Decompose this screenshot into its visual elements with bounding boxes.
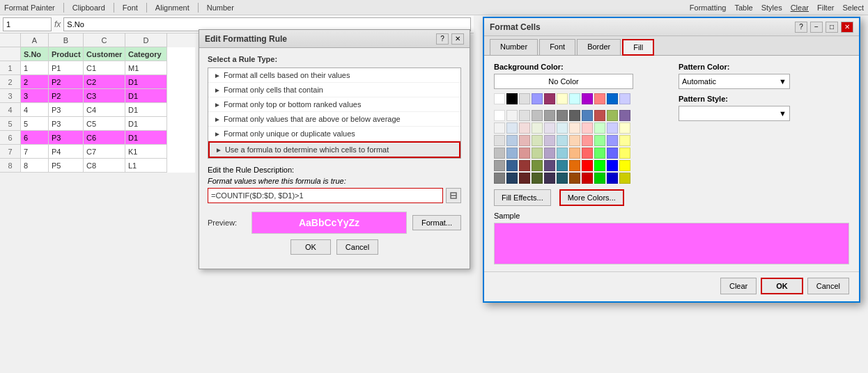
cell-3-c[interactable]: C3 — [84, 89, 125, 103]
rule-item-1[interactable]: ► Format all cells based on their values — [208, 68, 460, 83]
tc-1-10[interactable] — [619, 122, 630, 134]
swatch-blue1[interactable] — [532, 93, 543, 104]
cell-4-b[interactable]: P3 — [49, 103, 84, 117]
cell-6-b[interactable]: P3 — [49, 131, 84, 145]
tc-1-6[interactable] — [569, 122, 580, 134]
swatch-yellow1[interactable] — [557, 93, 568, 104]
tc-5-5[interactable] — [557, 173, 568, 184]
tc-2-3[interactable] — [532, 135, 543, 146]
swatch-gray1[interactable] — [519, 93, 530, 104]
cell-6-a[interactable]: 6 — [21, 131, 49, 145]
name-box[interactable]: 1 — [3, 17, 52, 31]
tc-4-4[interactable] — [544, 160, 555, 171]
tc-2-7[interactable] — [582, 135, 593, 146]
swatch-salmon[interactable] — [594, 93, 605, 104]
tc-5-4[interactable] — [544, 173, 555, 184]
tc-1-2[interactable] — [519, 122, 530, 134]
format-button[interactable]: Format... — [412, 215, 461, 230]
cell-2-c[interactable]: C2 — [84, 75, 125, 89]
cell-2-b[interactable]: P2 — [49, 75, 84, 89]
fc-help-button[interactable]: ? — [795, 22, 807, 33]
cell-7-b[interactable]: P4 — [49, 145, 84, 159]
cell-3-d[interactable]: D1 — [125, 89, 167, 103]
tc-2-8[interactable] — [594, 135, 605, 146]
tc-0-5[interactable] — [557, 110, 568, 121]
cell-6-c[interactable]: C6 — [84, 131, 125, 145]
cell-7-c[interactable]: C7 — [84, 145, 125, 159]
tab-fill[interactable]: Fill — [622, 39, 654, 56]
tc-2-1[interactable] — [506, 135, 518, 146]
tc-0-10[interactable] — [619, 110, 630, 121]
tc-4-0[interactable] — [494, 160, 505, 171]
cell-1-c[interactable]: C1 — [84, 61, 125, 75]
tc-3-3[interactable] — [532, 148, 543, 159]
fc-close-button[interactable]: ✕ — [841, 22, 853, 33]
swatch-cyan1[interactable] — [569, 93, 580, 104]
tc-4-6[interactable] — [569, 160, 580, 171]
tc-0-2[interactable] — [519, 110, 530, 121]
no-color-button[interactable]: No Color — [494, 74, 633, 89]
cell-3-a[interactable]: 3 — [21, 89, 49, 103]
cell-header-category[interactable]: Category — [125, 47, 167, 61]
fc-maximize-button[interactable]: □ — [826, 22, 838, 33]
formula-collapse-icon[interactable] — [446, 188, 461, 203]
tc-0-7[interactable] — [582, 110, 593, 121]
tc-1-3[interactable] — [532, 122, 543, 134]
tc-0-1[interactable] — [506, 110, 518, 121]
tab-number[interactable]: Number — [490, 39, 538, 55]
tc-5-8[interactable] — [594, 173, 605, 184]
tc-3-8[interactable] — [594, 148, 605, 159]
pattern-color-select[interactable]: Automatic ▼ — [679, 74, 790, 89]
rule-item-2[interactable]: ► Format only cells that contain — [208, 83, 460, 97]
dialog-help-button[interactable]: ? — [436, 33, 449, 45]
cell-1-d[interactable]: M1 — [125, 61, 167, 75]
tc-0-4[interactable] — [544, 110, 555, 121]
tc-4-7[interactable] — [582, 160, 593, 171]
tc-4-3[interactable] — [532, 160, 543, 171]
cell-5-a[interactable]: 5 — [21, 117, 49, 131]
tc-5-2[interactable] — [519, 173, 530, 184]
tc-4-10[interactable] — [619, 160, 630, 171]
tc-1-0[interactable] — [494, 122, 505, 134]
cell-8-c[interactable]: C8 — [84, 159, 125, 173]
rule-item-6[interactable]: ► Use a formula to determine which cells… — [208, 141, 460, 158]
cell-8-b[interactable]: P5 — [49, 159, 84, 173]
dialog-close-button[interactable]: ✕ — [451, 33, 464, 45]
tc-0-6[interactable] — [569, 110, 580, 121]
tc-1-4[interactable] — [544, 122, 555, 134]
cell-7-a[interactable]: 7 — [21, 145, 49, 159]
tc-2-2[interactable] — [519, 135, 530, 146]
swatch-black[interactable] — [506, 93, 518, 104]
tc-5-0[interactable] — [494, 173, 505, 184]
swatch-mauve[interactable] — [544, 93, 555, 104]
swatch-blue2[interactable] — [607, 93, 618, 104]
more-colors-button[interactable]: More Colors... — [559, 189, 624, 206]
tc-2-6[interactable] — [569, 135, 580, 146]
tc-1-9[interactable] — [607, 122, 618, 134]
col-header-b[interactable]: B — [49, 33, 84, 47]
tc-0-0[interactable] — [494, 110, 505, 121]
cell-header-customer[interactable]: Customer — [84, 47, 125, 61]
cell-header-sno[interactable]: S.No — [21, 47, 49, 61]
tc-2-0[interactable] — [494, 135, 505, 146]
tc-5-10[interactable] — [619, 173, 630, 184]
tc-0-8[interactable] — [594, 110, 605, 121]
tc-5-7[interactable] — [582, 173, 593, 184]
cell-2-d[interactable]: D1 — [125, 75, 167, 89]
tc-3-0[interactable] — [494, 148, 505, 159]
cell-8-a[interactable]: 8 — [21, 159, 49, 173]
tc-2-9[interactable] — [607, 135, 618, 146]
tc-2-4[interactable] — [544, 135, 555, 146]
fc-clear-button[interactable]: Clear — [720, 278, 757, 294]
cell-6-d[interactable]: D1 — [125, 131, 167, 145]
tc-2-10[interactable] — [619, 135, 630, 146]
rule-item-3[interactable]: ► Format only top or bottom ranked value… — [208, 97, 460, 112]
tc-4-2[interactable] — [519, 160, 530, 171]
cell-7-d[interactable]: K1 — [125, 145, 167, 159]
format-rule-cancel-button[interactable]: Cancel — [336, 239, 378, 255]
tc-4-9[interactable] — [607, 160, 618, 171]
cell-1-b[interactable]: P1 — [49, 61, 84, 75]
col-header-a[interactable]: A — [21, 33, 49, 47]
fc-ok-button[interactable]: OK — [761, 278, 803, 294]
tab-border[interactable]: Border — [577, 39, 621, 55]
